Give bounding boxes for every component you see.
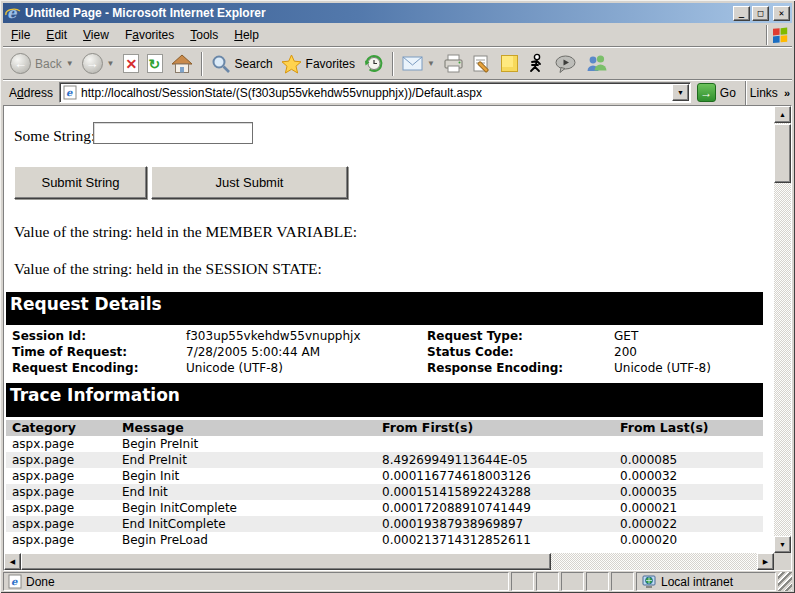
forward-icon: → (82, 53, 103, 74)
submit-string-button[interactable]: Submit String (14, 166, 147, 199)
table-row: aspx.pageEnd PreInit8.49269949113644E-05… (6, 452, 763, 468)
table-row: aspx.pageEnd Init0.0001514158922432880.0… (6, 484, 763, 500)
edit-button[interactable] (469, 50, 496, 77)
table-row: aspx.pageBegin InitComplete0.00017208891… (6, 500, 763, 516)
menu-help[interactable]: Help (226, 26, 267, 44)
back-dropdown-icon[interactable]: ▼ (66, 59, 74, 68)
menu-file[interactable]: File (3, 26, 38, 44)
favorites-label: Favorites (306, 57, 355, 71)
menu-edit[interactable]: Edit (38, 26, 75, 44)
field-value: Unicode (UTF-8) (608, 360, 763, 376)
home-button[interactable] (168, 50, 196, 77)
field-label: Session Id: (6, 328, 180, 344)
toolbar-separator (392, 52, 394, 76)
menu-view[interactable]: View (75, 26, 117, 44)
print-button[interactable] (440, 50, 467, 77)
trace-table: Category Message From First(s) From Last… (6, 420, 763, 548)
address-dropdown-icon[interactable]: ▼ (672, 84, 689, 101)
aim-button[interactable] (523, 50, 549, 77)
title-bar[interactable]: e Untitled Page - Microsoft Internet Exp… (3, 3, 792, 23)
field-label: Status Code: (421, 344, 608, 360)
svg-text:e: e (66, 87, 73, 98)
address-label: Address (5, 86, 59, 100)
page-ie-icon: e (63, 85, 77, 100)
table-row: aspx.pageEnd InitComplete0.0001938793896… (6, 516, 763, 532)
scroll-right-icon[interactable]: ▶ (757, 553, 774, 570)
sticky-note-icon (501, 55, 518, 72)
forward-button[interactable]: → ▼ (79, 50, 118, 77)
svg-text:e: e (7, 5, 18, 21)
browser-viewport: Some String: Submit String Just Submit V… (3, 105, 792, 571)
scroll-left-icon[interactable]: ◀ (4, 553, 21, 570)
maximize-button[interactable]: □ (752, 6, 769, 21)
ie-logo-icon: e (5, 5, 21, 21)
notes-button[interactable] (498, 50, 521, 77)
back-icon: ← (10, 53, 31, 74)
status-pane-empty (561, 572, 584, 591)
table-row: aspx.pageBegin Init0.0001167746180031260… (6, 468, 763, 484)
minimize-button[interactable]: _ (733, 6, 750, 21)
status-pane-empty (536, 572, 559, 591)
standard-toolbar: ← Back ▼ → ▼ ✕ ↻ Search (3, 48, 792, 79)
status-pane-empty (511, 572, 534, 591)
stop-button[interactable]: ✕ (120, 50, 142, 77)
resize-grip[interactable] (778, 572, 792, 591)
toolbar-separator (745, 81, 747, 105)
search-label: Search (235, 57, 273, 71)
address-field[interactable]: e ▼ (59, 82, 691, 103)
windows-flag-icon (766, 25, 792, 45)
request-details-grid: Session Id: f303up55vkehdw55vnupphjx Req… (6, 328, 763, 376)
scroll-down-icon[interactable]: ▼ (774, 536, 791, 553)
go-label: Go (720, 86, 736, 100)
menu-tools[interactable]: Tools (182, 26, 226, 44)
menu-favorites[interactable]: Favorites (117, 26, 182, 44)
status-pane-empty (611, 572, 634, 591)
close-button[interactable]: ✕ (773, 6, 790, 21)
just-submit-button[interactable]: Just Submit (151, 166, 348, 199)
web-page: Some String: Submit String Just Submit V… (4, 106, 774, 553)
field-label: Request Encoding: (6, 360, 180, 376)
horizontal-scrollbar[interactable]: ◀ ▶ (4, 553, 774, 570)
svg-text:e: e (11, 576, 18, 587)
chevron-right-icon[interactable]: » (784, 87, 790, 99)
trace-header-row: Category Message From First(s) From Last… (6, 420, 763, 436)
member-variable-text: Value of the string: held in the MEMBER … (14, 223, 357, 241)
refresh-button[interactable]: ↻ (144, 50, 166, 77)
horizontal-scroll-thumb[interactable] (21, 553, 551, 570)
back-label: Back (35, 57, 62, 71)
status-pane-empty (586, 572, 609, 591)
history-button[interactable] (360, 50, 387, 77)
zone-text: Local intranet (661, 575, 733, 589)
back-button[interactable]: ← Back ▼ (7, 50, 77, 77)
field-value: 200 (608, 344, 763, 360)
table-row: aspx.pageBegin PreInit (6, 436, 763, 452)
links-button[interactable]: Links (750, 86, 778, 100)
mail-dropdown-icon[interactable]: ▼ (427, 59, 435, 68)
col-category: Category (6, 420, 116, 436)
field-value: GET (608, 328, 763, 344)
scroll-up-icon[interactable]: ▲ (774, 106, 791, 123)
some-string-label: Some String: (14, 127, 95, 145)
field-value: f303up55vkehdw55vnupphjx (180, 328, 421, 344)
security-zone-pane: Local intranet (636, 572, 776, 591)
table-row: aspx.pageBegin PreLoad0.0002137143128526… (6, 532, 763, 548)
col-from-last: From Last(s) (614, 420, 763, 436)
field-value: Unicode (UTF-8) (180, 360, 421, 376)
some-string-input[interactable] (93, 122, 253, 144)
favorites-button[interactable]: Favorites (278, 50, 358, 77)
mail-button[interactable]: ▼ (399, 50, 438, 77)
vertical-scroll-thumb[interactable] (774, 124, 791, 183)
status-text: Done (26, 575, 55, 589)
go-button[interactable]: → Go (691, 83, 742, 102)
forward-dropdown-icon[interactable]: ▼ (107, 59, 115, 68)
col-from-first: From First(s) (376, 420, 614, 436)
mail-icon (402, 56, 423, 71)
session-state-text: Value of the string: held in the SESSION… (14, 260, 322, 278)
vertical-scrollbar[interactable]: ▲ ▼ (774, 106, 791, 553)
window-title: Untitled Page - Microsoft Internet Explo… (25, 6, 731, 20)
address-input[interactable] (77, 86, 672, 100)
search-button[interactable]: Search (208, 50, 276, 77)
messenger-button[interactable] (551, 50, 580, 77)
menu-bar: File Edit View Favorites Tools Help (3, 24, 792, 46)
msn-messenger-button[interactable] (582, 50, 611, 77)
